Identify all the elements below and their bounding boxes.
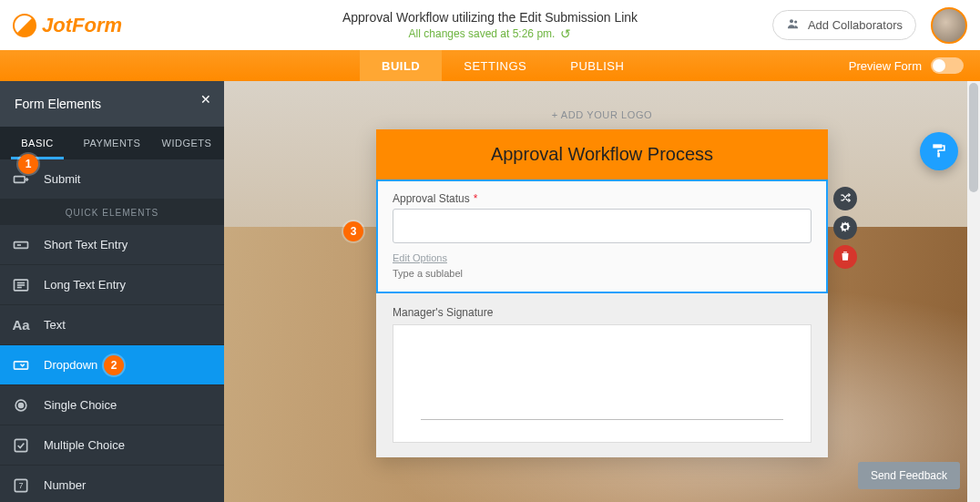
element-short-text-label: Short Text Entry [44,238,128,251]
required-asterisk-icon: * [474,192,478,205]
number-icon: 7 [11,476,31,496]
field-shuffle-button[interactable] [833,187,857,210]
element-submit-label: Submit [44,172,80,186]
form-elements-sidebar: Form Elements ✕ BASIC PAYMENTS WIDGETS 1… [0,81,224,502]
add-logo-button[interactable]: + ADD YOUR LOGO [224,81,980,120]
people-icon [786,16,801,34]
short-text-icon [11,235,31,255]
shuffle-icon [839,191,852,207]
builder-tabbar: BUILD SETTINGS PUBLISH Preview Form [0,50,980,81]
sublabel-input[interactable] [393,268,502,279]
element-single-choice[interactable]: Single Choice [0,385,224,425]
signature-line-icon [421,419,783,420]
checkbox-icon [11,435,31,456]
preview-form-label: Preview Form [849,59,922,73]
add-collaborators-label: Add Collaborators [808,18,903,32]
element-multiple-choice-label: Multiple Choice [44,438,125,452]
tab-build-label: BUILD [382,59,420,73]
logo[interactable]: JotForm [13,14,122,37]
radio-icon [11,395,31,415]
save-status: All changes saved at 5:26 pm. [409,27,556,40]
theme-roller-button[interactable] [920,132,958,170]
svg-rect-12 [15,439,26,451]
svg-point-1 [794,20,797,23]
trash-icon [839,250,852,265]
element-multiple-choice[interactable]: Multiple Choice [0,425,224,466]
step-badge-1: 1 [18,154,38,174]
element-short-text[interactable]: Short Text Entry [0,225,224,265]
field-delete-button[interactable] [833,245,857,269]
element-number-label: Number [44,478,86,492]
svg-point-11 [19,403,24,407]
element-dropdown-label: Dropdown [44,358,97,372]
signature-label: Manager's Signature [393,306,493,319]
sidebar-tab-basic[interactable]: BASIC [0,127,75,159]
element-dropdown[interactable]: Dropdown 2 [0,345,224,385]
close-sidebar-button[interactable]: ✕ [200,92,211,107]
paint-roller-icon [930,141,948,162]
element-number[interactable]: 7 Number [0,466,224,502]
sidebar-tab-payments-label: PAYMENTS [84,138,141,149]
tab-publish-label: PUBLISH [570,59,624,73]
element-long-text[interactable]: Long Text Entry [0,265,224,305]
sidebar-title: Form Elements [15,97,101,111]
sidebar-tab-widgets-label: WIDGETS [162,138,212,149]
step-badge-2: 2 [104,355,124,375]
avatar[interactable] [931,7,967,44]
dropdown-icon [11,355,31,375]
logo-mark-icon [13,14,36,37]
sidebar-tab-payments[interactable]: PAYMENTS [75,127,149,159]
sidebar-tab-basic-label: BASIC [21,138,54,149]
approval-status-input[interactable] [393,209,812,243]
tab-build[interactable]: BUILD [360,50,442,81]
scrollbar-thumb[interactable] [969,83,978,192]
svg-rect-2 [15,176,26,182]
tab-publish[interactable]: PUBLISH [548,50,646,81]
preview-toggle[interactable] [931,57,964,74]
form-title[interactable]: Approval Workflow Process [376,129,828,179]
long-text-icon [11,275,31,295]
quick-elements-label: QUICK ELEMENTS [0,200,224,225]
gear-icon [839,220,852,236]
tab-settings[interactable]: SETTINGS [442,50,548,81]
scrollbar[interactable] [967,81,980,502]
field-approval-status[interactable]: 3 Approval Status * Edit Options [376,179,828,293]
revert-icon[interactable]: ↺ [560,26,571,41]
element-single-choice-label: Single Choice [44,398,117,412]
field-manager-signature[interactable]: Manager's Signature [376,293,828,457]
page-title: Approval Workflow utilizing the Edit Sub… [342,10,638,25]
logo-text: JotForm [42,14,122,37]
edit-options-link[interactable]: Edit Options [393,252,447,263]
send-feedback-button[interactable]: Send Feedback [858,462,960,489]
svg-point-0 [790,19,793,23]
element-long-text-label: Long Text Entry [44,278,126,292]
step-badge-3: 3 [343,221,363,241]
element-text-label: Text [44,318,66,332]
approval-status-label: Approval Status [393,192,470,205]
svg-text:7: 7 [18,481,23,490]
signature-pad[interactable] [393,324,812,443]
text-icon: Aa [11,315,31,335]
element-text[interactable]: Aa Text [0,305,224,345]
add-collaborators-button[interactable]: Add Collaborators [772,10,916,40]
sidebar-tab-widgets[interactable]: WIDGETS [149,127,224,159]
svg-rect-15 [937,152,940,157]
tab-settings-label: SETTINGS [464,59,526,73]
field-settings-button[interactable] [833,216,857,240]
